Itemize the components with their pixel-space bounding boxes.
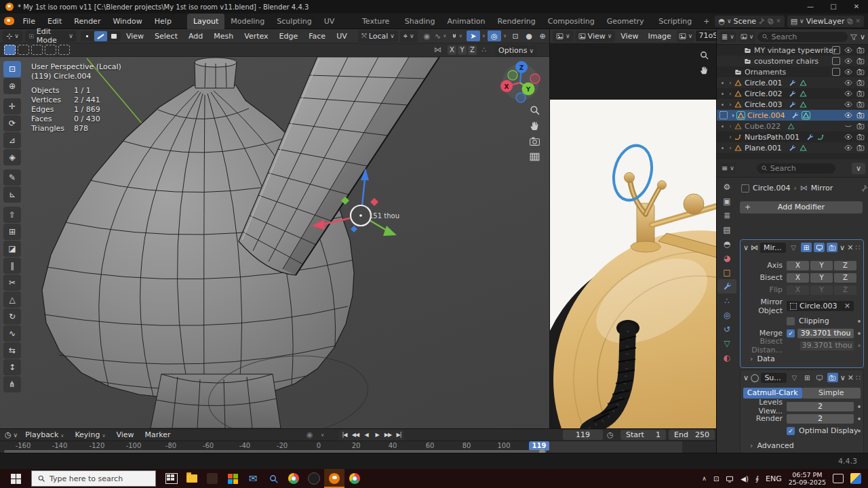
select-mode-invert[interactable] bbox=[45, 45, 56, 55]
breadcrumb-object[interactable]: Circle.004 bbox=[753, 184, 790, 192]
network-icon[interactable] bbox=[726, 474, 734, 483]
pen-link-icon[interactable]: ∮ bbox=[755, 475, 759, 483]
image-menu-view[interactable]: View bbox=[616, 32, 642, 41]
camera-render-icon[interactable] bbox=[856, 46, 865, 54]
outliner-item-ornaments[interactable]: Ornaments bbox=[717, 66, 868, 77]
clock[interactable]: 06:57 PM25-09-2025 bbox=[789, 471, 826, 486]
menu-mesh[interactable]: Mesh bbox=[208, 32, 239, 41]
tool-scale[interactable]: ⊿ bbox=[3, 132, 21, 148]
menu-view[interactable]: View bbox=[121, 32, 149, 41]
render-levels-field[interactable]: 2 bbox=[787, 414, 854, 424]
bisect-x[interactable]: X bbox=[787, 273, 809, 283]
tool-shrink-fatten[interactable]: ↕ bbox=[3, 359, 21, 375]
editor-type-properties[interactable]: ≡∨ bbox=[719, 163, 736, 174]
camera-render-icon[interactable] bbox=[856, 100, 865, 108]
select-mode-extend[interactable] bbox=[18, 45, 29, 55]
window-titlebar[interactable]: * My 1st iso room v11 [C:\Blender projec… bbox=[0, 0, 868, 14]
tool-rotate[interactable]: ⟳ bbox=[3, 115, 21, 131]
tool-edge-slide[interactable]: ⇆ bbox=[3, 342, 21, 359]
navigation-gizmo[interactable]: Z X Y bbox=[500, 61, 540, 102]
expand-icon[interactable]: › bbox=[726, 101, 734, 108]
add-workspace-button[interactable]: + bbox=[698, 14, 715, 29]
drag-handle-icon[interactable]: ∷ bbox=[856, 373, 861, 382]
bisect-z[interactable]: Z bbox=[834, 273, 856, 283]
modifier-name-field[interactable]: Su... bbox=[761, 373, 787, 383]
tab-physics[interactable]: ◎ bbox=[717, 308, 736, 322]
camera-render-icon[interactable] bbox=[856, 57, 865, 65]
blender-menu-icon[interactable] bbox=[4, 17, 14, 25]
expand-icon[interactable]: › bbox=[726, 123, 734, 129]
tab-geometry-nodes[interactable]: Geometry Nodes bbox=[601, 14, 653, 29]
viewport-canvas[interactable]: 151 thou Z X Y ⊡ ⊕ ✛ ⟳ ⊿ ◈ ✎ bbox=[0, 57, 549, 428]
blender-taskbar-button[interactable] bbox=[324, 469, 344, 488]
pin-icon[interactable] bbox=[861, 184, 868, 192]
select-mode-subtract[interactable] bbox=[31, 45, 43, 55]
chrome-button[interactable] bbox=[283, 469, 304, 488]
outliner-item-circle001[interactable]: › Circle.001 bbox=[717, 77, 868, 88]
extras-dropdown-icon[interactable]: ∨ bbox=[840, 243, 845, 252]
expand-icon[interactable]: › bbox=[726, 90, 734, 97]
tool-cursor[interactable]: ⊕ bbox=[3, 78, 21, 94]
shading-rendered-button[interactable]: ⊕ bbox=[536, 30, 549, 41]
data-section-toggle[interactable]: Data bbox=[757, 354, 774, 363]
menu-edge[interactable]: Edge bbox=[274, 32, 304, 41]
tab-tool[interactable]: ⚙ bbox=[717, 180, 736, 194]
jump-to-end-button[interactable]: ▶| bbox=[393, 432, 404, 438]
game-app-button[interactable] bbox=[202, 469, 222, 488]
tray-app-icon[interactable]: ⊡ bbox=[713, 475, 719, 483]
tab-uv-editing[interactable]: UV Editing bbox=[318, 14, 356, 29]
menu-select[interactable]: Select bbox=[149, 32, 183, 41]
image-selector[interactable]: ∨ bbox=[677, 30, 695, 42]
tab-compositing[interactable]: Compositing bbox=[542, 14, 601, 29]
tab-layout[interactable]: Layout bbox=[187, 14, 224, 29]
clipping-checkbox[interactable] bbox=[787, 317, 795, 325]
tab-shading[interactable]: Shading bbox=[399, 14, 441, 29]
tool-annotate[interactable]: ✎ bbox=[3, 169, 21, 186]
drag-handle-icon[interactable]: ∷ bbox=[855, 243, 860, 252]
outliner-item-typewriter[interactable]: MY vintage typewriter bbox=[717, 45, 868, 56]
outliner-display-mode[interactable]: ∨ bbox=[738, 31, 756, 43]
eye-icon[interactable] bbox=[844, 89, 852, 98]
tool-knife[interactable]: ✂ bbox=[3, 274, 21, 291]
close-modifier-icon[interactable]: ✕ bbox=[848, 373, 854, 382]
toggle-on-cage[interactable]: ⊞ bbox=[802, 373, 812, 382]
image-pan-icon[interactable] bbox=[699, 65, 709, 75]
taskbar-search-input[interactable]: Type here to search bbox=[31, 470, 156, 487]
viewlayer-selector[interactable]: ▤∨ ViewLayer ✕ bbox=[787, 16, 864, 27]
menu-keying[interactable]: Keying∨ bbox=[69, 430, 111, 439]
maximize-button[interactable]: □ bbox=[822, 0, 845, 14]
language-indicator[interactable]: ENG bbox=[766, 474, 782, 483]
eye-icon[interactable] bbox=[844, 79, 852, 87]
filter-icon[interactable] bbox=[850, 33, 858, 41]
menu-face[interactable]: Face bbox=[303, 32, 331, 41]
expand-icon[interactable]: › bbox=[726, 134, 734, 140]
symmetry-x-button[interactable]: X bbox=[448, 45, 456, 55]
stopwatch-icon[interactable]: ◷ bbox=[607, 430, 614, 439]
vertex-select-button[interactable] bbox=[81, 31, 94, 41]
flip-x[interactable]: X bbox=[787, 285, 809, 295]
optimal-display-checkbox[interactable]: ✓ bbox=[787, 427, 795, 435]
extras-dropdown-icon[interactable]: ∨ bbox=[840, 373, 846, 382]
browser-profile-button[interactable] bbox=[344, 469, 365, 488]
outliner-item-nurbspath[interactable]: › NurbsPath.001 bbox=[717, 131, 868, 142]
tab-view-layer[interactable]: ▤ bbox=[717, 222, 736, 237]
properties-options-dropdown[interactable]: ∨ bbox=[852, 163, 865, 174]
menu-view[interactable]: View bbox=[111, 430, 140, 439]
bisect-y[interactable]: Y bbox=[810, 273, 833, 283]
outliner-item-circle003[interactable]: › Circle.003 bbox=[717, 99, 868, 110]
tool-inset-faces[interactable]: ⊞ bbox=[3, 224, 21, 240]
menu-uv[interactable]: UV bbox=[331, 32, 353, 41]
toggle-render[interactable] bbox=[827, 243, 837, 252]
face-select-button[interactable] bbox=[108, 31, 121, 41]
toggle-realtime[interactable] bbox=[814, 243, 825, 252]
timeline-ruler[interactable]: -160 -140 -120 -100 -80 -60 -40 -20 0 20… bbox=[0, 441, 716, 453]
symmetry-y-button[interactable]: Y bbox=[458, 45, 467, 55]
eye-icon[interactable] bbox=[844, 100, 852, 108]
tab-scripting[interactable]: Scripting bbox=[652, 14, 698, 29]
tool-bevel[interactable]: ◪ bbox=[3, 241, 21, 257]
current-frame-field[interactable]: 119 bbox=[563, 430, 603, 440]
tab-modeling[interactable]: Modeling bbox=[224, 14, 271, 29]
close-button[interactable]: ✕ bbox=[845, 0, 868, 14]
bisect-distance-field[interactable]: 39.3701 thou bbox=[800, 341, 854, 350]
toggle-edit-mode-display[interactable]: ▽ bbox=[788, 243, 799, 252]
